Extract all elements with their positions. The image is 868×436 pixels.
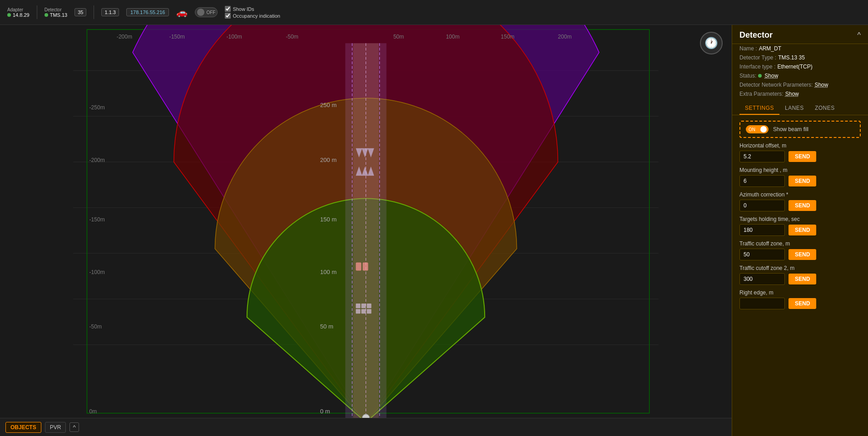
car-icon: 🚗 bbox=[176, 7, 188, 18]
detector-label: Detector bbox=[45, 7, 68, 12]
svg-text:200 m: 200 m bbox=[320, 157, 337, 163]
extra-label: Extra Parameters: bbox=[739, 91, 784, 97]
interface-label: Interface type : bbox=[739, 64, 775, 70]
field-mounting-height-label: Mounting height , m bbox=[739, 167, 861, 173]
send-traffic-cutoff[interactable]: SEND bbox=[789, 249, 816, 260]
network-link[interactable]: Show bbox=[814, 82, 828, 88]
field-traffic-cutoff: Traffic cutoff zone, m SEND bbox=[739, 240, 861, 260]
radar-svg: 250 m 200 m 150 m 100 m 50 m 0 m -200m -… bbox=[0, 25, 732, 436]
field-right-edge-input-row: SEND bbox=[739, 298, 861, 309]
send-horizontal-offset[interactable]: SEND bbox=[789, 151, 816, 162]
svg-text:-200m: -200m bbox=[117, 34, 132, 40]
right-edge-input[interactable] bbox=[739, 298, 785, 309]
name-value: ARM_DT bbox=[759, 45, 781, 52]
compass: 🕐 bbox=[700, 32, 723, 54]
svg-rect-22 bbox=[361, 304, 366, 308]
beam-fill-label: Show beam fill bbox=[773, 126, 808, 132]
detector-dot bbox=[45, 13, 48, 17]
targets-holding-input[interactable] bbox=[739, 224, 785, 236]
svg-text:-100m: -100m bbox=[89, 269, 104, 275]
occupancy-checkbox[interactable] bbox=[225, 13, 231, 19]
azimuth-correction-input[interactable] bbox=[739, 200, 785, 211]
show-ids-label[interactable]: Show IDs bbox=[225, 6, 280, 12]
field-horizontal-offset-input-row: SEND bbox=[739, 151, 861, 162]
extra-row: Extra Parameters: Show bbox=[732, 89, 868, 98]
horizontal-offset-input[interactable] bbox=[739, 151, 785, 162]
field-horizontal-offset-label: Horizontal offset, m bbox=[739, 142, 861, 149]
send-targets-holding[interactable]: SEND bbox=[789, 225, 816, 235]
type-row: Detector Type : TMS.13 35 bbox=[732, 53, 868, 62]
extra-link[interactable]: Show bbox=[785, 91, 799, 97]
tab-zones[interactable]: ZONES bbox=[809, 102, 840, 115]
adapter-dot bbox=[7, 13, 11, 17]
detector-value: TMS.13 bbox=[45, 12, 68, 18]
adapter-group: Adapter 14.8.29 bbox=[7, 7, 30, 18]
send-right-edge[interactable]: SEND bbox=[789, 298, 816, 309]
svg-rect-21 bbox=[356, 304, 360, 308]
view-options: Show IDs Occupancy indication bbox=[225, 6, 280, 19]
toggle-on-text: ON bbox=[748, 127, 756, 132]
svg-text:-200m: -200m bbox=[89, 157, 104, 163]
svg-rect-23 bbox=[367, 304, 372, 308]
svg-text:-250m: -250m bbox=[89, 104, 104, 111]
field-targets-holding-label: Targets holding time, sec bbox=[739, 216, 861, 222]
field-right-edge: Right edge, m SEND bbox=[739, 289, 861, 309]
adapter-label: Adapter bbox=[7, 7, 30, 12]
field-azimuth-correction-label: Azimuth correction * bbox=[739, 191, 861, 198]
svg-text:-50m: -50m bbox=[286, 34, 298, 40]
main-area: 250 m 200 m 150 m 100 m 50 m 0 m -200m -… bbox=[0, 25, 868, 436]
traffic-cutoff2-input[interactable] bbox=[739, 273, 785, 285]
sep1 bbox=[37, 5, 37, 19]
canvas-area[interactable]: 250 m 200 m 150 m 100 m 50 m 0 m -200m -… bbox=[0, 25, 732, 436]
tab-settings[interactable]: SETTINGS bbox=[739, 102, 779, 115]
type-value: TMS.13 35 bbox=[778, 54, 805, 61]
send-azimuth-correction[interactable]: SEND bbox=[789, 200, 816, 211]
send-mounting-height[interactable]: SEND bbox=[789, 176, 816, 186]
field-traffic-cutoff-input-row: SEND bbox=[739, 249, 861, 260]
mounting-height-input[interactable] bbox=[739, 175, 785, 187]
compass-icon: 🕐 bbox=[704, 37, 718, 49]
svg-rect-24 bbox=[356, 309, 360, 314]
svg-text:-150m: -150m bbox=[169, 34, 185, 40]
objects-button[interactable]: OBJECTS bbox=[5, 422, 41, 433]
panel-title: Detector bbox=[739, 30, 773, 40]
svg-text:150m: 150m bbox=[501, 34, 514, 40]
ip-badge[interactable]: 178.176.55.216 bbox=[126, 8, 169, 16]
field-azimuth-correction-input-row: SEND bbox=[739, 200, 861, 211]
field-targets-holding-input-row: SEND bbox=[739, 224, 861, 236]
svg-text:250 m: 250 m bbox=[320, 102, 337, 108]
field-right-edge-label: Right edge, m bbox=[739, 289, 861, 296]
svg-text:0 m: 0 m bbox=[320, 408, 330, 415]
field-horizontal-offset: Horizontal offset, m SEND bbox=[739, 142, 861, 162]
name-label: Name : bbox=[739, 45, 757, 52]
svg-rect-19 bbox=[356, 262, 361, 270]
svg-rect-25 bbox=[361, 309, 366, 314]
svg-text:-150m: -150m bbox=[89, 216, 104, 223]
svg-text:0m: 0m bbox=[89, 408, 97, 415]
svg-text:50m: 50m bbox=[393, 34, 404, 40]
svg-text:100m: 100m bbox=[446, 34, 460, 40]
panel-content: ON Show beam fill Horizontal offset, m S… bbox=[732, 115, 868, 315]
tab-lanes[interactable]: LANES bbox=[779, 102, 809, 115]
name-row: Name : ARM_DT bbox=[732, 44, 868, 53]
expand-button[interactable]: ^ bbox=[69, 422, 79, 432]
occupancy-label[interactable]: Occupancy indication bbox=[225, 13, 280, 19]
svg-rect-20 bbox=[362, 262, 368, 270]
version-badge[interactable]: 1.1.3 bbox=[101, 8, 119, 16]
main-toggle[interactable]: OFF bbox=[195, 7, 218, 17]
panel-tabs: SETTINGS LANES ZONES bbox=[732, 102, 868, 115]
field-targets-holding: Targets holding time, sec SEND bbox=[739, 216, 861, 236]
svg-text:-100m: -100m bbox=[226, 34, 242, 40]
traffic-cutoff-input[interactable] bbox=[739, 249, 785, 260]
type-label: Detector Type : bbox=[739, 54, 776, 61]
show-ids-checkbox[interactable] bbox=[225, 6, 231, 12]
send-traffic-cutoff2[interactable]: SEND bbox=[789, 274, 816, 284]
field-mounting-height-input-row: SEND bbox=[739, 175, 861, 187]
pvr-button[interactable]: PVR bbox=[45, 422, 66, 433]
svg-text:-50m: -50m bbox=[89, 323, 102, 330]
field-traffic-cutoff2: Traffic cutoff zone 2, m SEND bbox=[739, 265, 861, 285]
beam-fill-toggle[interactable]: ON bbox=[746, 125, 769, 133]
canvas-bottom: OBJECTS PVR ^ bbox=[0, 418, 732, 436]
status-link[interactable]: Show bbox=[764, 73, 778, 79]
collapse-button[interactable]: ^ bbox=[857, 31, 861, 39]
